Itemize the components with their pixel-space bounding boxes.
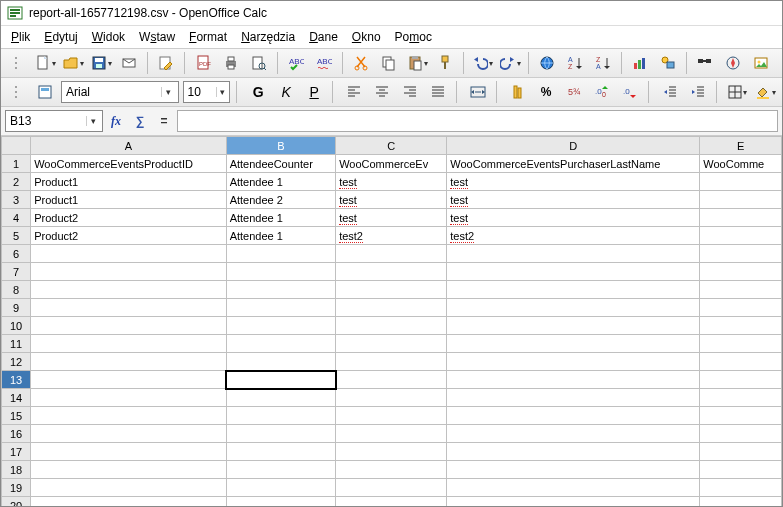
cell-B20[interactable]: [226, 497, 336, 507]
show-draw-button[interactable]: [656, 51, 680, 75]
row-header-16[interactable]: 16: [2, 425, 31, 443]
cell-B10[interactable]: [226, 317, 336, 335]
email-button[interactable]: [117, 51, 141, 75]
select-all-corner[interactable]: [2, 137, 31, 155]
cell-D18[interactable]: [447, 461, 700, 479]
cell-D11[interactable]: [447, 335, 700, 353]
row-header-13[interactable]: 13: [2, 371, 31, 389]
cell-C10[interactable]: [336, 317, 447, 335]
row-header-14[interactable]: 14: [2, 389, 31, 407]
cell-E10[interactable]: [700, 317, 782, 335]
font-size-input[interactable]: [186, 84, 216, 100]
find-button[interactable]: [693, 51, 717, 75]
cell-C12[interactable]: [336, 353, 447, 371]
cell-A9[interactable]: [31, 299, 226, 317]
print-preview-button[interactable]: [247, 51, 271, 75]
cell-E3[interactable]: [700, 191, 782, 209]
cell-C3[interactable]: test: [336, 191, 447, 209]
add-decimal-button[interactable]: .00: [590, 80, 614, 104]
edit-button[interactable]: [154, 51, 178, 75]
percent-button[interactable]: %: [534, 80, 558, 104]
cell-D15[interactable]: [447, 407, 700, 425]
dropdown-icon[interactable]: ▾: [161, 87, 175, 97]
cell-A19[interactable]: [31, 479, 226, 497]
cell-E2[interactable]: [700, 173, 782, 191]
cell-C20[interactable]: [336, 497, 447, 507]
cell-D3[interactable]: test: [447, 191, 700, 209]
row-header-3[interactable]: 3: [2, 191, 31, 209]
handle-icon[interactable]: [5, 80, 29, 104]
cell-C18[interactable]: [336, 461, 447, 479]
cell-B11[interactable]: [226, 335, 336, 353]
col-header-D[interactable]: D: [447, 137, 700, 155]
row-header-11[interactable]: 11: [2, 335, 31, 353]
cell-C14[interactable]: [336, 389, 447, 407]
datasources-button[interactable]: [777, 51, 783, 75]
cell-D4[interactable]: test: [447, 209, 700, 227]
name-box-input[interactable]: [8, 113, 86, 129]
cell-E16[interactable]: [700, 425, 782, 443]
cell-A7[interactable]: [31, 263, 226, 281]
row-header-20[interactable]: 20: [2, 497, 31, 507]
new-doc-button[interactable]: ▾: [33, 51, 57, 75]
cell-A4[interactable]: Product2: [31, 209, 226, 227]
cell-E14[interactable]: [700, 389, 782, 407]
merge-cells-button[interactable]: [466, 80, 490, 104]
menu-format[interactable]: Format: [183, 28, 233, 46]
cell-D12[interactable]: [447, 353, 700, 371]
menu-okno[interactable]: Okno: [346, 28, 387, 46]
cell-C15[interactable]: [336, 407, 447, 425]
cell-E8[interactable]: [700, 281, 782, 299]
hyperlink-button[interactable]: [535, 51, 559, 75]
cell-D16[interactable]: [447, 425, 700, 443]
underline-button[interactable]: P: [302, 80, 326, 104]
cell-B18[interactable]: [226, 461, 336, 479]
format-paintbrush-button[interactable]: [433, 51, 457, 75]
cell-C7[interactable]: [336, 263, 447, 281]
cell-E11[interactable]: [700, 335, 782, 353]
cell-A16[interactable]: [31, 425, 226, 443]
cell-C19[interactable]: [336, 479, 447, 497]
cell-B15[interactable]: [226, 407, 336, 425]
cell-C11[interactable]: [336, 335, 447, 353]
sort-asc-button[interactable]: AZ: [563, 51, 587, 75]
borders-button[interactable]: ▾: [726, 80, 750, 104]
cell-E7[interactable]: [700, 263, 782, 281]
row-header-1[interactable]: 1: [2, 155, 31, 173]
cell-C8[interactable]: [336, 281, 447, 299]
font-size-combo[interactable]: ▾: [183, 81, 231, 103]
col-header-A[interactable]: A: [31, 137, 226, 155]
font-name-combo[interactable]: ▾: [61, 81, 179, 103]
cell-D17[interactable]: [447, 443, 700, 461]
cell-E12[interactable]: [700, 353, 782, 371]
cell-A13[interactable]: [31, 371, 226, 389]
sort-desc-button[interactable]: ZA: [591, 51, 615, 75]
sum-button[interactable]: ∑: [131, 112, 149, 130]
cell-B3[interactable]: Attendee 2: [226, 191, 336, 209]
bold-button[interactable]: G: [246, 80, 270, 104]
increase-indent-button[interactable]: [686, 80, 710, 104]
cell-E9[interactable]: [700, 299, 782, 317]
cell-E18[interactable]: [700, 461, 782, 479]
cell-E13[interactable]: [700, 371, 782, 389]
cell-D2[interactable]: test: [447, 173, 700, 191]
cell-B9[interactable]: [226, 299, 336, 317]
cell-B8[interactable]: [226, 281, 336, 299]
cell-A14[interactable]: [31, 389, 226, 407]
align-center-button[interactable]: [370, 80, 394, 104]
cell-B7[interactable]: [226, 263, 336, 281]
menu-plik[interactable]: Plik: [5, 28, 36, 46]
cell-A1[interactable]: WooCommerceEventsProductID: [31, 155, 226, 173]
cell-A15[interactable]: [31, 407, 226, 425]
cell-C4[interactable]: test: [336, 209, 447, 227]
cell-B14[interactable]: [226, 389, 336, 407]
cell-D20[interactable]: [447, 497, 700, 507]
cell-A18[interactable]: [31, 461, 226, 479]
cell-D8[interactable]: [447, 281, 700, 299]
row-header-17[interactable]: 17: [2, 443, 31, 461]
cell-E1[interactable]: WooComme: [700, 155, 782, 173]
cell-E4[interactable]: [700, 209, 782, 227]
standard-format-button[interactable]: 5¾: [562, 80, 586, 104]
row-header-12[interactable]: 12: [2, 353, 31, 371]
cell-D5[interactable]: test2: [447, 227, 700, 245]
